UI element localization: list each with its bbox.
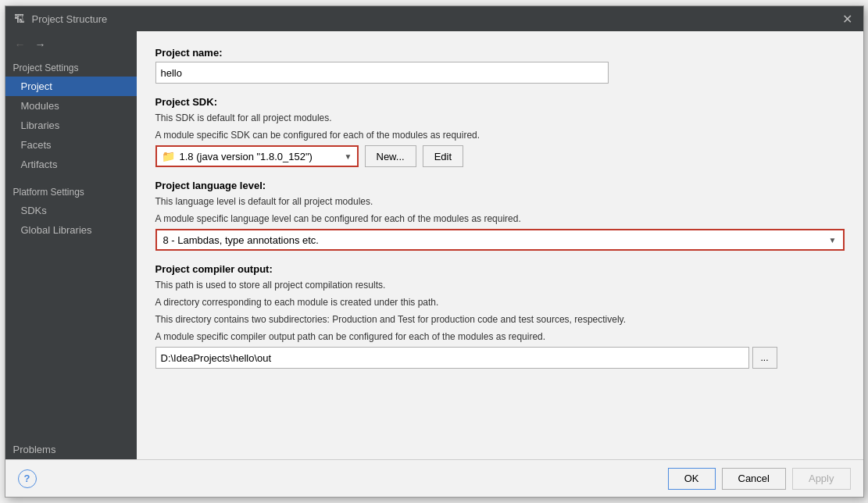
sdk-edit-button[interactable]: Edit [423, 145, 463, 167]
project-lang-desc1: This language level is default for all p… [155, 194, 845, 209]
lang-chevron-icon: ▼ [829, 236, 837, 244]
compiler-output-group: Project compiler output: This path is us… [155, 263, 845, 369]
dialog-footer: ? OK Cancel Apply [5, 459, 863, 497]
nav-back-button[interactable]: ← [12, 36, 29, 53]
sidebar-item-modules[interactable]: Modules [5, 96, 137, 116]
nav-toolbar: ← → [5, 31, 137, 58]
project-name-input[interactable] [155, 62, 609, 84]
sidebar-item-libraries[interactable]: Libraries [5, 116, 137, 135]
sidebar-item-sdks[interactable]: SDKs [5, 201, 137, 220]
project-settings-header: Project Settings [5, 58, 137, 77]
cancel-button[interactable]: Cancel [722, 468, 786, 490]
lang-value-text: 8 - Lambdas, type annotations etc. [163, 234, 824, 246]
sdk-row: 📁 1.8 (java version "1.8.0_152") ▼ New..… [155, 145, 845, 167]
ok-button[interactable]: OK [668, 468, 716, 490]
sdk-value-text: 1.8 (java version "1.8.0_152") [180, 151, 340, 162]
title-bar: 🏗 Project Structure ✕ [5, 6, 863, 31]
apply-button[interactable]: Apply [792, 468, 851, 490]
output-row: ... [155, 347, 845, 369]
close-button[interactable]: ✕ [840, 11, 855, 27]
sidebar-item-project[interactable]: Project [5, 77, 137, 96]
footer-left: ? [18, 469, 37, 488]
project-name-label: Project name: [155, 47, 845, 59]
compiler-output-label: Project compiler output: [155, 263, 845, 275]
sdk-folder-icon: 📁 [162, 150, 175, 162]
project-name-group: Project name: [155, 47, 845, 84]
platform-settings-header: Platform Settings [5, 182, 137, 201]
sidebar-item-artifacts[interactable]: Artifacts [5, 155, 137, 174]
compiler-output-desc1: This path is used to store all project c… [155, 278, 845, 292]
project-sdk-group: Project SDK: This SDK is default for all… [155, 96, 845, 167]
project-sdk-label: Project SDK: [155, 96, 845, 108]
window-icon: 🏗 [13, 12, 26, 25]
sdk-new-button[interactable]: New... [365, 145, 416, 167]
window-title: Project Structure [32, 13, 108, 25]
content-area: Project name: Project SDK: This SDK is d… [137, 31, 863, 459]
sdk-chevron-icon: ▼ [345, 152, 352, 161]
compiler-output-input[interactable] [155, 347, 749, 369]
project-lang-group: Project language level: This language le… [155, 180, 845, 251]
sidebar-item-problems[interactable]: Problems [5, 440, 137, 459]
project-lang-desc2: A module specific language level can be … [155, 212, 845, 226]
project-sdk-desc2: A module specific SDK can be configured … [155, 128, 845, 142]
browse-button[interactable]: ... [752, 347, 777, 369]
help-button[interactable]: ? [18, 469, 37, 488]
sidebar-item-facets[interactable]: Facets [5, 135, 137, 155]
project-lang-label: Project language level: [155, 180, 845, 191]
sdk-dropdown[interactable]: 📁 1.8 (java version "1.8.0_152") ▼ [155, 145, 359, 167]
compiler-output-desc4: A module specific compiler output path c… [155, 330, 845, 344]
project-sdk-desc1: This SDK is default for all project modu… [155, 111, 845, 125]
nav-forward-button[interactable]: → [32, 36, 49, 53]
sidebar: ← → Project Settings Project Modules Lib… [5, 31, 137, 459]
dialog-body: ← → Project Settings Project Modules Lib… [5, 31, 863, 459]
title-bar-left: 🏗 Project Structure [13, 12, 108, 25]
sidebar-item-global-libraries[interactable]: Global Libraries [5, 220, 137, 240]
dialog-window: 🏗 Project Structure ✕ ← → Project Settin… [5, 5, 864, 498]
lang-dropdown[interactable]: 8 - Lambdas, type annotations etc. ▼ [155, 229, 845, 251]
compiler-output-desc3: This directory contains two subdirectori… [155, 312, 845, 326]
footer-right: OK Cancel Apply [668, 468, 851, 490]
compiler-output-desc2: A directory corresponding to each module… [155, 295, 845, 309]
